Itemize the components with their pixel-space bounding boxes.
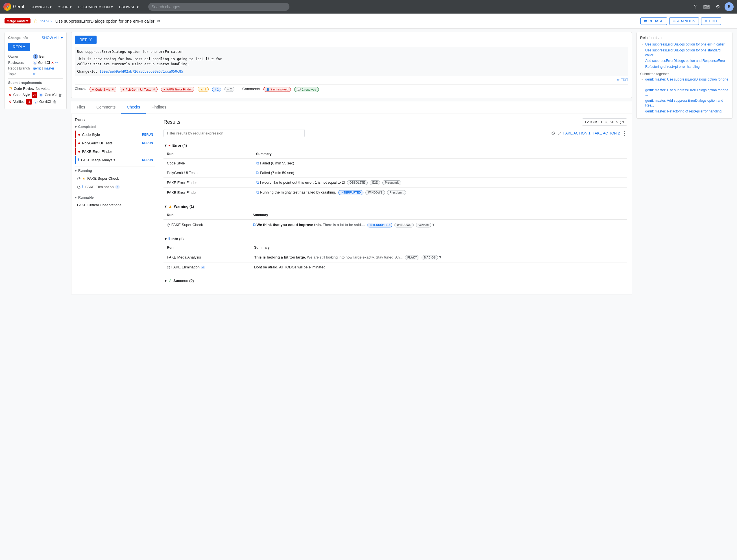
delete-verified-icon[interactable]: 🗑 [53,100,57,104]
unresolved-comments-chip[interactable]: 👤 2 unresolved [264,87,291,92]
settings-icon[interactable]: ⚙ [713,2,722,11]
run-warning-icon-1: ▲ [82,176,86,180]
more-actions-icon[interactable]: ⋮ [723,16,732,25]
polygerrit-check-chip[interactable]: ● PolyGerrit UI Tests ↗ [120,87,157,92]
delete-code-style-icon[interactable]: 🗑 [58,93,62,97]
warning-table-header: Run Summary [164,211,627,220]
error-section-header[interactable]: ▾ ● Error (4) [164,141,627,150]
relation-link-2[interactable]: Add suppressErrorDialogs option and Resp… [645,58,725,63]
submitted-item-2: → gerrit: master: Add suppressErrorDialo… [640,98,729,108]
info-count-chip[interactable]: ℹ 2 [212,87,221,92]
nav-changes[interactable]: CHANGES ▾ [28,3,55,11]
abandon-button[interactable]: ✕ ABANDON [669,17,699,25]
copy-icon[interactable]: ⧉ [157,19,160,23]
submitted-link-3[interactable]: gerrit: master: Refactoring of restApi e… [645,109,721,114]
submitted-link-1[interactable]: gerrit: master: Use suppressErrorDialogs… [645,88,729,97]
repo-branch-row: Repo | Branch gerrit | master [8,66,63,70]
filter-input[interactable] [164,129,305,137]
code-style-vote: -1 [32,92,37,98]
fake-error-finder-chip[interactable]: ● FAKE Error Finder [161,87,195,92]
rerun-polygerrit-btn[interactable]: RERUN [142,141,153,145]
branch-link[interactable]: master [44,66,54,70]
edit-topic-icon[interactable]: ✏ [33,72,36,76]
run-fake-elimination[interactable]: ◔ ℹ FAKE Elimination 4 [75,183,155,191]
results-more-icon[interactable]: ⋮ [622,130,627,136]
edit-button[interactable]: ✏ EDIT [701,17,721,25]
summary-link-icon[interactable]: ⧉ [256,161,259,166]
run-code-style[interactable]: ● Code Style RERUN [75,131,155,138]
filter-expand-icon[interactable]: ⤢ [557,131,561,136]
add-reviewer-icon[interactable]: ✏ [55,61,58,65]
relation-link-3[interactable]: Refactoring of restApi error handling [645,64,700,69]
remove-reviewer-icon[interactable]: ✕ [51,61,54,65]
tab-checks[interactable]: Checks [121,101,146,114]
verified-req: ✕ Verified -1 G GerritCI 🗑 [8,99,63,105]
tag-flaky: FLAKY [405,255,419,260]
show-all-button[interactable]: SHOW ALL ▾ [42,36,63,40]
rerun-code-style-btn[interactable]: RERUN [142,133,153,136]
nav-browse[interactable]: BROWSE ▾ [116,3,142,11]
run-fake-super-check[interactable]: ◔ ▲ FAKE Super Check [75,174,155,182]
tab-files[interactable]: Files [71,101,91,114]
run-fake-critical[interactable]: FAKE Critical Observations [75,201,155,209]
nav-your[interactable]: YOUR ▾ [55,3,75,11]
gerrit-logo[interactable]: 🚀 Gerrit [3,3,24,11]
edit-commit-link[interactable]: ✏ EDIT [75,78,628,82]
expand-warning-icon[interactable]: ▾ [432,222,434,227]
runnable-section-header[interactable]: ▾ Runnable [75,196,155,199]
fake-action-1-link[interactable]: FAKE ACTION 1 [563,131,590,135]
summary-link-icon-3[interactable]: ⧉ [256,180,259,185]
keyboard-shortcuts-icon[interactable]: ⌨ [702,2,711,11]
chevron-down-info: ▾ [165,237,167,241]
filter-row: ⚙ ⤢ FAKE ACTION 1 FAKE ACTION 2 ⋮ [164,129,627,137]
circle-count-chip[interactable]: ○ 2 [225,87,234,92]
run-error-icon-3: ● [78,149,80,154]
summary-link-icon-2[interactable]: ⧉ [256,170,259,175]
fake-action-2-link[interactable]: FAKE ACTION 2 [593,131,620,135]
summary-link-icon-4[interactable]: ⧉ [256,190,259,195]
edit-commit-icon: ✏ [617,78,620,82]
tab-comments[interactable]: Comments [91,101,121,114]
success-section-icon: ✓ [168,278,172,283]
info-section-header[interactable]: ▾ ℹ Info (2) [164,234,627,243]
owner-avatar: B [33,54,38,59]
submitted-link-0[interactable]: gerrit: master: Use suppressErrorDialogs… [645,77,729,87]
change-title: Use suppressErrorDialogs option for one … [55,19,155,23]
warning-count-chip[interactable]: ▲ 1 [198,87,209,92]
resolved-comments-chip[interactable]: 💬 2 resolved [294,87,319,92]
patchset-selector[interactable]: PATCHSET 8 (LATEST) ▾ [582,118,627,126]
filter-settings-icon[interactable]: ⚙ [551,131,555,136]
help-icon[interactable]: ? [691,2,700,11]
code-style-req: ✕ Code-Style -1 G GerritCI 🗑 [8,92,63,98]
expand-info-icon[interactable]: ▾ [439,255,441,259]
completed-section-header[interactable]: ▾ Completed [75,125,155,129]
relation-link-0[interactable]: Use suppressErrorDialogs option for one … [645,42,725,47]
code-style-check-chip[interactable]: ● Code Style ↗ [90,87,116,92]
success-section-header[interactable]: ▾ ✓ Success (0) [164,276,627,285]
edit-icon: ✏ [705,19,708,23]
nav-documentation[interactable]: DOCUMENTATION ▾ [75,3,116,11]
tab-findings[interactable]: Findings [146,101,172,114]
reply-button-center[interactable]: REPLY [75,36,97,44]
tag-e2e: E2E [369,180,380,185]
warning-section-header[interactable]: ▾ ▲ Warning (1) [164,202,627,211]
relation-link-1[interactable]: Use suppressErrorDialogs option for one … [645,48,729,58]
run-polygerrit[interactable]: ● PolyGerrit UI Tests RERUN [75,139,155,147]
repo-link[interactable]: gerrit [33,66,41,70]
star-icon[interactable]: ☆ [33,18,37,24]
run-fake-error-finder[interactable]: ● FAKE Error Finder [75,147,155,155]
rerun-mega-btn[interactable]: RERUN [142,158,153,162]
reply-button[interactable]: REPLY [8,43,30,51]
warning-link-icon[interactable]: ⧉ [253,222,256,227]
submitted-together-label: Submitted together [640,72,729,76]
rebase-button[interactable]: ⇄ REBASE [640,17,667,25]
change-number[interactable]: 290982 [40,19,52,23]
tabs-bar: Files Comments Checks Findings [71,101,632,114]
run-fake-mega[interactable]: ℹ FAKE Mega Analysis RERUN [75,156,155,164]
change-id-link[interactable]: I09a7aeb9a4d02ab726a56bebb00a571cca050c8… [99,70,183,73]
search-input[interactable] [148,3,290,11]
submitted-link-2[interactable]: gerrit: master: Add suppressErrorDialogs… [645,98,729,108]
avatar[interactable]: B [725,2,734,11]
running-section-header[interactable]: ▾ Running [75,169,155,173]
tag-obsolete: OBSOLETE [347,180,368,185]
